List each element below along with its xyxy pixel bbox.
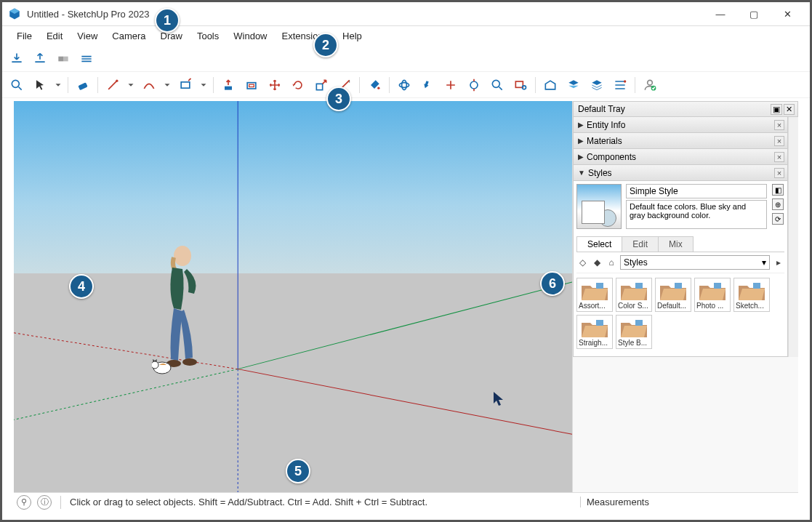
style-folder[interactable]: Default... bbox=[655, 278, 691, 312]
tab-select[interactable]: Select bbox=[576, 236, 622, 252]
move-icon[interactable] bbox=[265, 75, 285, 95]
title-bar: Untitled - SketchUp Pro 2023 — ▢ ✕ bbox=[2, 2, 810, 25]
rectangle-tool-icon[interactable] bbox=[175, 75, 196, 95]
panel-components[interactable]: ▶ Components × bbox=[573, 149, 788, 165]
menu-tools[interactable]: Tools bbox=[190, 28, 226, 44]
zoom-window-icon[interactable] bbox=[510, 75, 531, 95]
style-folder[interactable]: Straigh... bbox=[576, 315, 613, 349]
svg-rect-21 bbox=[515, 81, 523, 87]
warehouse-download-icon[interactable] bbox=[7, 49, 27, 69]
line-tool-icon[interactable] bbox=[102, 75, 123, 95]
credits-icon[interactable]: ⓘ bbox=[37, 495, 52, 510]
callout-1: 1 bbox=[155, 8, 180, 33]
warehouse-icon[interactable] bbox=[540, 75, 560, 95]
account-icon[interactable] bbox=[640, 75, 660, 95]
arc-dropdown-icon[interactable] bbox=[162, 75, 172, 95]
details-icon[interactable]: ▸ bbox=[773, 257, 784, 268]
search-icon[interactable] bbox=[7, 75, 27, 95]
style-folder[interactable]: Sketch... bbox=[733, 278, 770, 312]
menu-file[interactable]: File bbox=[9, 28, 39, 44]
eraser-icon[interactable] bbox=[73, 75, 93, 95]
style-name-input[interactable]: Simple Style bbox=[626, 184, 767, 198]
tab-mix[interactable]: Mix bbox=[658, 236, 694, 252]
zoom-icon[interactable] bbox=[487, 75, 507, 95]
svg-rect-1 bbox=[63, 56, 68, 61]
panel-close-icon[interactable]: × bbox=[774, 120, 784, 130]
offset-icon[interactable] bbox=[241, 75, 262, 95]
extension-manager-icon[interactable] bbox=[53, 49, 73, 69]
maximize-button[interactable]: ▢ bbox=[737, 2, 771, 25]
svg-rect-0 bbox=[58, 56, 63, 61]
style-thumbnail[interactable] bbox=[576, 184, 622, 229]
tray-close-icon[interactable]: ✕ bbox=[784, 104, 795, 115]
callout-4: 4 bbox=[69, 274, 94, 299]
folder-icon bbox=[580, 317, 609, 339]
style-description-input[interactable]: Default face colors. Blue sky and gray b… bbox=[626, 200, 767, 229]
style-folder[interactable]: Color S... bbox=[616, 278, 652, 312]
style-refresh-icon[interactable]: ⟳ bbox=[772, 213, 784, 225]
arc-tool-icon[interactable] bbox=[139, 75, 159, 95]
home-icon[interactable]: ⌂ bbox=[606, 257, 617, 268]
content-area: Default Tray ▣ ✕ ▶ Entity Info × ▶ Mater… bbox=[14, 101, 798, 492]
panel-styles[interactable]: ▼ Styles × bbox=[573, 165, 788, 181]
layers-icon[interactable] bbox=[563, 75, 584, 95]
menu-window[interactable]: Window bbox=[226, 28, 274, 44]
panel-close-icon[interactable]: × bbox=[774, 168, 784, 178]
rectangle-dropdown-icon[interactable] bbox=[198, 75, 209, 95]
3d-viewport[interactable] bbox=[14, 101, 573, 492]
zoom-extents-icon[interactable] bbox=[441, 75, 461, 95]
panel-entity-info[interactable]: ▶ Entity Info × bbox=[573, 117, 788, 133]
style-create-icon[interactable]: ⊕ bbox=[772, 198, 784, 210]
folder-label: Straigh... bbox=[579, 339, 611, 347]
line-dropdown-icon[interactable] bbox=[126, 75, 136, 95]
tab-edit[interactable]: Edit bbox=[622, 236, 659, 252]
folder-label: Sketch... bbox=[736, 302, 768, 310]
menu-view[interactable]: View bbox=[70, 28, 105, 44]
rotate-icon[interactable] bbox=[288, 75, 308, 95]
style-folder[interactable]: Photo ... bbox=[694, 278, 731, 312]
close-button[interactable]: ✕ bbox=[771, 2, 804, 25]
menu-edit[interactable]: Edit bbox=[39, 28, 70, 44]
main-toolbar bbox=[2, 72, 810, 98]
paint-bucket-icon[interactable] bbox=[364, 75, 385, 95]
warehouse-upload-icon[interactable] bbox=[30, 49, 50, 69]
menu-camera[interactable]: Camera bbox=[105, 28, 153, 44]
svg-point-15 bbox=[377, 87, 379, 89]
styles-folder-grid: Assort... Color S... Default... Photo ..… bbox=[576, 273, 784, 353]
callout-3: 3 bbox=[326, 87, 351, 111]
menu-bar: File Edit View Camera Draw Tools Window … bbox=[2, 25, 810, 46]
pan-icon[interactable] bbox=[417, 75, 438, 95]
styles-path-combo[interactable]: Styles ▾ bbox=[620, 255, 770, 270]
chevron-down-icon: ▾ bbox=[762, 257, 766, 268]
select-tool-icon[interactable] bbox=[30, 75, 50, 95]
extension-settings-icon[interactable] bbox=[76, 49, 97, 69]
style-update-icon[interactable]: ◧ bbox=[772, 184, 784, 196]
nav-back-icon[interactable]: ◇ bbox=[576, 257, 588, 268]
tray-scrollbar[interactable] bbox=[788, 117, 798, 357]
svg-rect-38 bbox=[635, 283, 643, 289]
svg-point-17 bbox=[402, 80, 407, 89]
panel-close-icon[interactable]: × bbox=[774, 152, 784, 162]
minimize-button[interactable]: — bbox=[704, 2, 737, 25]
folder-icon bbox=[619, 317, 648, 339]
panel-materials[interactable]: ▶ Materials × bbox=[573, 133, 788, 149]
orbit-icon[interactable] bbox=[394, 75, 414, 95]
look-around-icon[interactable] bbox=[464, 75, 484, 95]
pushpull-icon[interactable] bbox=[218, 75, 238, 95]
tray-pin-icon[interactable]: ▣ bbox=[771, 104, 782, 115]
geo-location-icon[interactable]: ⚲ bbox=[17, 495, 31, 510]
outliner-icon[interactable] bbox=[587, 75, 607, 95]
nav-forward-icon[interactable]: ◆ bbox=[591, 257, 603, 268]
svg-rect-10 bbox=[249, 84, 254, 87]
select-dropdown-icon[interactable] bbox=[53, 75, 63, 95]
collapse-icon: ▼ bbox=[578, 169, 585, 177]
menu-help[interactable]: Help bbox=[335, 28, 369, 44]
axes bbox=[14, 101, 572, 492]
separator bbox=[359, 77, 360, 93]
panel-close-icon[interactable]: × bbox=[774, 136, 784, 146]
tags-icon[interactable] bbox=[610, 75, 630, 95]
style-folder[interactable]: Assort... bbox=[576, 278, 613, 312]
callout-2: 2 bbox=[313, 33, 338, 57]
style-folder[interactable]: Style B... bbox=[616, 315, 652, 349]
tray-header[interactable]: Default Tray ▣ ✕ bbox=[573, 101, 798, 117]
